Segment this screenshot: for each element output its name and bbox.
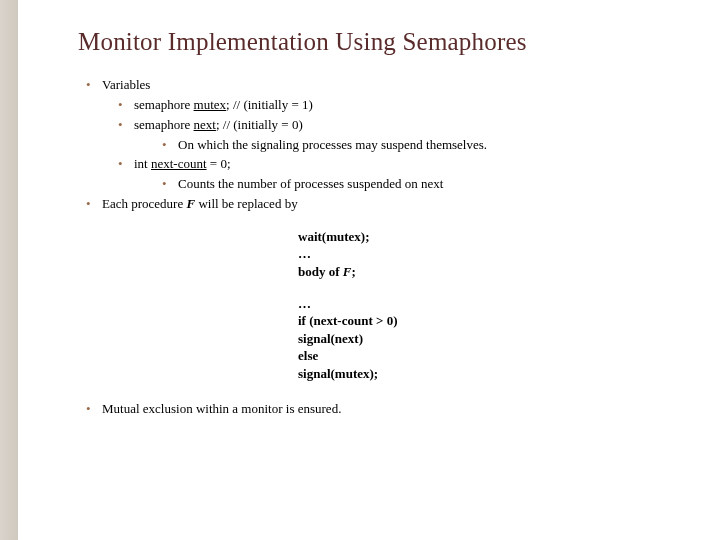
- slide-content: Monitor Implementation Using Semaphores …: [18, 0, 720, 540]
- text: int: [134, 156, 151, 171]
- code-line: signal(next): [298, 330, 670, 348]
- left-accent-bar: [0, 0, 18, 540]
- code-line: wait(mutex);: [298, 228, 670, 246]
- list-item: On which the signaling processes may sus…: [178, 136, 670, 155]
- list-item: Variables: [102, 76, 670, 95]
- code-block-2: … if (next-count > 0) signal(next) else …: [298, 295, 670, 383]
- text: semaphore: [134, 117, 194, 132]
- code-line: body of F;: [298, 263, 670, 281]
- text: ;: [351, 264, 355, 279]
- list-item: Each procedure F will be replaced by: [102, 195, 670, 214]
- text-italic: F: [186, 196, 195, 211]
- code-line: …: [298, 295, 670, 313]
- text-underline: next-count: [151, 156, 207, 171]
- code-block-1: wait(mutex); … body of F;: [298, 228, 670, 281]
- bullet-list: Variables semaphore mutex; // (initially…: [78, 76, 670, 214]
- text: body of: [298, 264, 343, 279]
- text: ; // (initially = 0): [216, 117, 303, 132]
- list-item: semaphore next; // (initially = 0): [134, 116, 670, 135]
- list-item: semaphore mutex; // (initially = 1): [134, 96, 670, 115]
- list-item: Mutual exclusion within a monitor is ens…: [102, 400, 670, 419]
- list-item: Counts the number of processes suspended…: [178, 175, 670, 194]
- code-line: if (next-count > 0): [298, 312, 670, 330]
- text: Each procedure: [102, 196, 186, 211]
- code-line: …: [298, 245, 670, 263]
- text: = 0;: [207, 156, 231, 171]
- list-item: int next-count = 0;: [134, 155, 670, 174]
- code-line: signal(mutex);: [298, 365, 670, 383]
- text-underline: next: [194, 117, 216, 132]
- slide-title: Monitor Implementation Using Semaphores: [78, 28, 670, 56]
- text: semaphore: [134, 97, 194, 112]
- text: will be replaced by: [195, 196, 298, 211]
- text: ; // (initially = 1): [226, 97, 313, 112]
- code-line: else: [298, 347, 670, 365]
- text-underline: mutex: [194, 97, 227, 112]
